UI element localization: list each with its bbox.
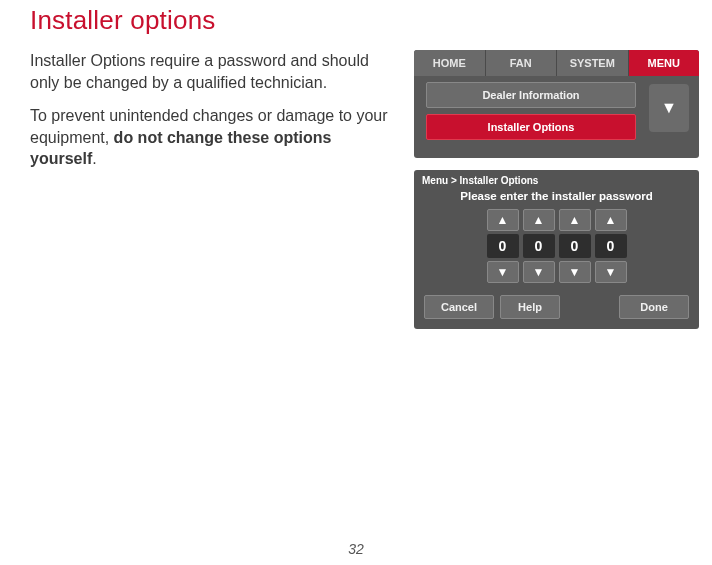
digit-2-value: 0 bbox=[523, 234, 555, 258]
digit-4-value: 0 bbox=[595, 234, 627, 258]
digit-3-down-button[interactable] bbox=[559, 261, 591, 283]
instruction-text: Installer Options require a password and… bbox=[30, 50, 390, 341]
digit-3-up-button[interactable] bbox=[559, 209, 591, 231]
done-button[interactable]: Done bbox=[619, 295, 689, 319]
chevron-down-icon: ▼ bbox=[661, 99, 677, 117]
tab-system[interactable]: SYSTEM bbox=[557, 50, 629, 76]
digit-2-up-button[interactable] bbox=[523, 209, 555, 231]
paragraph-2: To prevent unintended changes or damage … bbox=[30, 105, 390, 170]
tab-menu[interactable]: MENU bbox=[629, 50, 700, 76]
digit-2-down-button[interactable] bbox=[523, 261, 555, 283]
menu-item-installer-options[interactable]: Installer Options bbox=[426, 114, 636, 140]
tab-fan[interactable]: FAN bbox=[486, 50, 558, 76]
password-digit-grid: 0 0 0 0 bbox=[414, 209, 699, 287]
help-button[interactable]: Help bbox=[500, 295, 560, 319]
digit-4-up-button[interactable] bbox=[595, 209, 627, 231]
thermostat-menu-screenshot: HOME FAN SYSTEM MENU Dealer Information … bbox=[414, 50, 699, 158]
scroll-down-button[interactable]: ▼ bbox=[649, 84, 689, 132]
page-number: 32 bbox=[0, 541, 712, 557]
digit-1-down-button[interactable] bbox=[487, 261, 519, 283]
tab-home[interactable]: HOME bbox=[414, 50, 486, 76]
menu-item-dealer-information[interactable]: Dealer Information bbox=[426, 82, 636, 108]
paragraph-1: Installer Options require a password and… bbox=[30, 50, 390, 93]
digit-3-value: 0 bbox=[559, 234, 591, 258]
digit-1-up-button[interactable] bbox=[487, 209, 519, 231]
thermostat-password-screenshot: Menu > Installer Options Please enter th… bbox=[414, 170, 699, 329]
password-prompt: Please enter the installer password bbox=[414, 188, 699, 209]
tab-bar: HOME FAN SYSTEM MENU bbox=[414, 50, 699, 76]
spacer bbox=[566, 295, 613, 319]
cancel-button[interactable]: Cancel bbox=[424, 295, 494, 319]
digit-4-down-button[interactable] bbox=[595, 261, 627, 283]
page-title: Installer options bbox=[30, 5, 682, 36]
digit-1-value: 0 bbox=[487, 234, 519, 258]
breadcrumb: Menu > Installer Options bbox=[414, 170, 699, 188]
